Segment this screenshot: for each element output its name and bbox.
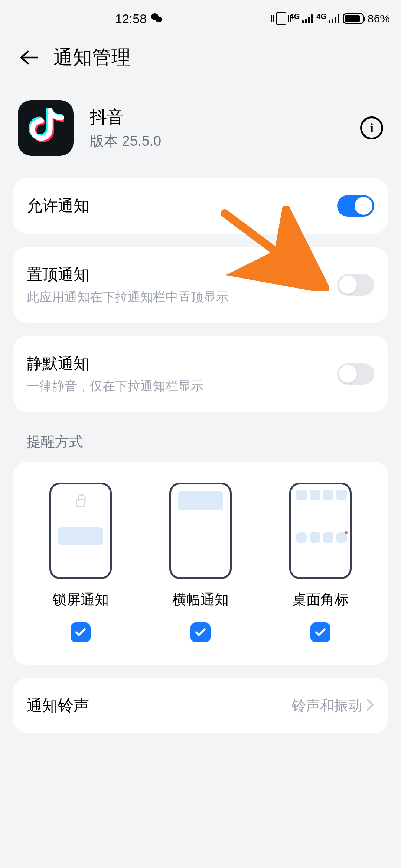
signal-1-icon	[302, 14, 313, 23]
row-ringtone[interactable]: 通知铃声 铃声和振动	[13, 678, 388, 733]
back-button[interactable]	[18, 46, 40, 69]
signal-2-label: 4G	[316, 12, 326, 21]
mode-badge-checkbox[interactable]	[310, 622, 330, 642]
pin-toggle[interactable]	[337, 274, 374, 296]
pin-title: 置顶通知	[27, 264, 337, 285]
row-silent-notifications[interactable]: 静默通知 一律静音，仅在下拉通知栏显示	[13, 336, 388, 412]
banner-preview-icon	[169, 483, 232, 579]
battery-icon	[343, 13, 364, 24]
mode-lockscreen[interactable]: 锁屏通知	[49, 483, 112, 642]
app-name: 抖音	[90, 106, 360, 129]
mode-lockscreen-label: 锁屏通知	[52, 590, 109, 609]
page-header: 通知管理	[0, 37, 401, 85]
ringtone-value: 铃声和振动	[292, 696, 362, 715]
app-info-row: 抖音 版本 25.5.0 i	[0, 85, 401, 178]
card-ringtone: 通知铃声 铃声和振动	[13, 678, 388, 733]
signal-1-label: 4G	[290, 12, 300, 21]
chevron-right-icon	[366, 698, 374, 713]
mode-banner[interactable]: 横幅通知	[169, 483, 232, 642]
allow-title: 允许通知	[27, 195, 337, 216]
card-silent-notifications: 静默通知 一律静音，仅在下拉通知栏显示	[13, 336, 388, 412]
vibrate-icon	[276, 12, 286, 25]
lockscreen-preview-icon	[49, 483, 112, 579]
silent-title: 静默通知	[27, 353, 337, 374]
mode-badge[interactable]: 桌面角标	[289, 483, 352, 642]
info-button[interactable]: i	[360, 116, 383, 139]
mode-lockscreen-checkbox[interactable]	[71, 622, 91, 642]
ringtone-title: 通知铃声	[27, 695, 292, 716]
mode-banner-label: 横幅通知	[172, 590, 229, 609]
signal-2-icon	[329, 14, 339, 23]
card-allow-notifications: 允许通知	[13, 178, 388, 234]
status-time: 12:58	[115, 11, 147, 26]
status-bar: 12:58 4G 4G 86%	[0, 0, 401, 37]
row-pin-notifications[interactable]: 置顶通知 此应用通知在下拉通知栏中置顶显示	[13, 247, 388, 323]
silent-subtitle: 一律静音，仅在下拉通知栏显示	[27, 378, 337, 395]
card-pin-notifications: 置顶通知 此应用通知在下拉通知栏中置顶显示	[13, 247, 388, 323]
page-title: 通知管理	[53, 45, 131, 70]
section-reminder-label: 提醒方式	[0, 425, 401, 462]
app-version: 版本 25.5.0	[90, 132, 360, 151]
row-allow-notifications[interactable]: 允许通知	[13, 178, 388, 234]
mode-banner-checkbox[interactable]	[190, 622, 211, 642]
battery-pct: 86%	[368, 12, 390, 25]
silent-toggle[interactable]	[337, 363, 374, 385]
card-reminder-modes: 锁屏通知 横幅通知	[13, 462, 388, 665]
mode-badge-label: 桌面角标	[292, 590, 349, 609]
badge-preview-icon	[289, 483, 352, 579]
wechat-icon	[151, 12, 164, 25]
app-icon	[18, 100, 74, 156]
allow-toggle[interactable]	[337, 195, 374, 217]
pin-subtitle: 此应用通知在下拉通知栏中置顶显示	[27, 289, 337, 306]
